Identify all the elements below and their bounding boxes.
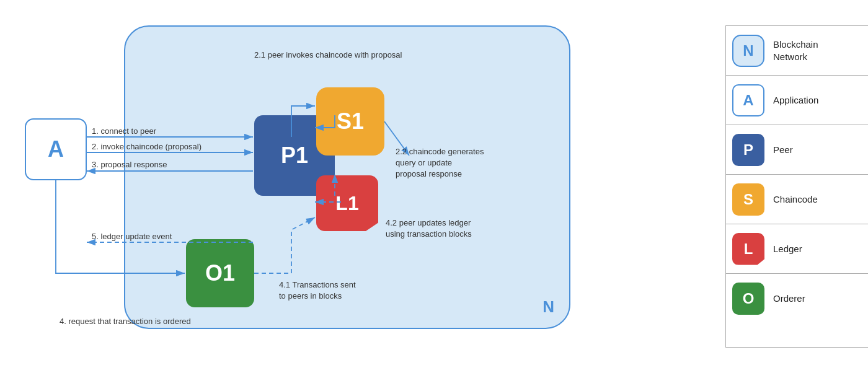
app-label: A bbox=[48, 136, 64, 162]
legend-letter-orderer: O bbox=[743, 290, 755, 307]
peer-label: P1 bbox=[281, 143, 308, 169]
legend-icon-application: A bbox=[732, 84, 764, 116]
label-arrow21: 2.1 peer invokes chaincode with proposal bbox=[254, 50, 402, 59]
legend-label-application: Application bbox=[773, 94, 818, 107]
application-box: A bbox=[25, 118, 87, 180]
legend-letter-application: A bbox=[743, 92, 753, 109]
label-arrow2: 2. invoke chaincode (proposal) bbox=[92, 142, 202, 151]
legend-letter-chaincode: S bbox=[743, 191, 753, 208]
orderer-box: O1 bbox=[186, 239, 254, 307]
legend-row-orderer: O Orderer bbox=[726, 274, 868, 323]
legend-icon-peer: P bbox=[732, 134, 764, 166]
legend-row-application: A Application bbox=[726, 76, 868, 125]
legend-icon-network: N bbox=[732, 35, 764, 67]
label-arrow4: 4. request that transaction is ordered bbox=[60, 317, 191, 326]
label-arrow22: 2.2 chaincode generatesquery or updatepr… bbox=[396, 146, 484, 180]
ledger-label: L1 bbox=[335, 192, 358, 215]
legend-row-ledger: L Ledger bbox=[726, 224, 868, 274]
legend-letter-peer: P bbox=[743, 141, 753, 159]
legend-row-peer: P Peer bbox=[726, 125, 868, 175]
main-container: N A P1 S1 L1 O1 bbox=[0, 0, 868, 373]
legend-label-network: BlockchainNetwork bbox=[773, 38, 818, 63]
legend-icon-chaincode: S bbox=[732, 183, 764, 216]
label-arrow1: 1. connect to peer bbox=[92, 126, 156, 136]
legend-label-ledger: Ledger bbox=[773, 243, 802, 255]
label-arrow3: 3. proposal response bbox=[92, 160, 167, 169]
orderer-label: O1 bbox=[205, 260, 235, 286]
diagram-area: N A P1 S1 L1 O1 bbox=[12, 13, 713, 360]
legend-row-chaincode: S Chaincode bbox=[726, 175, 868, 224]
ledger-box: L1 bbox=[316, 175, 378, 231]
legend-icon-orderer: O bbox=[732, 283, 764, 315]
chaincode-box: S1 bbox=[316, 87, 384, 156]
legend-letter-network: N bbox=[743, 42, 753, 59]
legend-icon-ledger: L bbox=[732, 233, 764, 265]
chaincode-label: S1 bbox=[337, 108, 364, 134]
label-arrow41: 4.1 Transactions sentto peers in blocks bbox=[279, 279, 356, 302]
legend-row-network: N BlockchainNetwork bbox=[726, 26, 868, 76]
network-label: N bbox=[542, 297, 554, 317]
legend-label-peer: Peer bbox=[773, 144, 793, 156]
legend-label-orderer: Orderer bbox=[773, 292, 805, 305]
label-arrow42: 4.2 peer updates ledgerusing transaction… bbox=[386, 217, 472, 240]
legend: N BlockchainNetwork A Application P Peer… bbox=[725, 25, 868, 348]
label-arrow5: 5. ledger update event bbox=[92, 232, 172, 241]
legend-label-chaincode: Chaincode bbox=[773, 193, 818, 206]
legend-letter-ledger: L bbox=[744, 240, 753, 258]
